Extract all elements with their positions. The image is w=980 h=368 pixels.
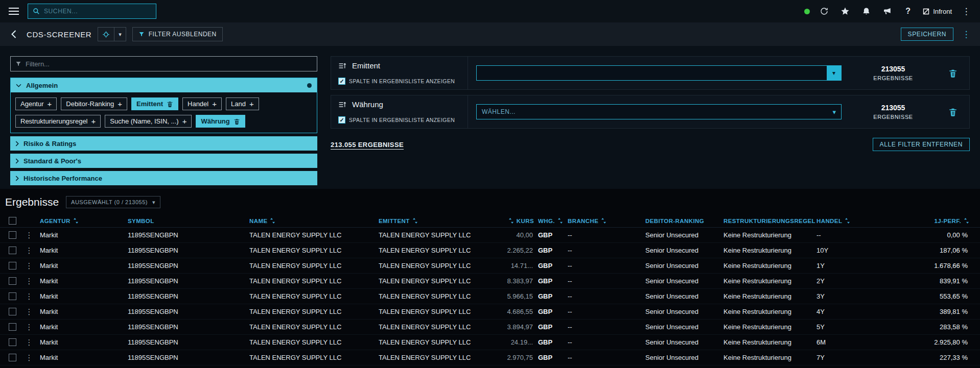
column-header-branche[interactable]: BRANCHE [568,218,645,224]
hamburger-menu-button[interactable] [7,5,20,18]
clear-all-filters-button[interactable]: ALLE FILTER ENTFERNEN [873,138,970,151]
column-header-debitor-ranking[interactable]: DEBITOR-RANKING [645,218,724,224]
row-menu-button[interactable]: ⋮ [25,353,34,362]
table-row[interactable]: ⋮Markit11895SENGBPNTALEN ENERGY SUPPLY L… [0,274,980,289]
cell-emittent: TALEN ENERGY SUPPLY LLC [379,308,499,315]
filter-chip-restrukturierungsregel[interactable]: Restrukturierungsregel+ [15,115,101,128]
row-menu-button[interactable]: ⋮ [25,246,34,255]
cell-whg: GBP [538,338,568,346]
filter-chip-handel[interactable]: Handel+ [182,97,222,110]
column-header-handel[interactable]: HANDEL [816,218,885,224]
table-row[interactable]: ⋮Markit11895SENGBPNTALEN ENERGY SUPPLY L… [0,243,980,258]
sidebar-section-allgemein[interactable]: Allgemein [11,78,317,92]
show-column-checkbox-row[interactable]: ✓ SPALTE IN ERGEBNISLISTE ANZEIGEN [338,116,460,124]
total-results-link[interactable]: 213.055 ERGEBNISSE [331,141,404,149]
section-label: Historische Performance [24,175,102,182]
row-checkbox[interactable] [9,262,16,269]
row-checkbox[interactable] [9,231,16,239]
row-checkbox[interactable] [9,292,16,300]
cell-handel: 6M [816,338,885,346]
row-menu-button[interactable]: ⋮ [25,277,34,286]
filter-chip-list: Agentur+Debitor-Ranking+EmittentHandel+L… [11,92,317,133]
row-checkbox[interactable] [9,247,16,254]
cell-symbol: 11895SENGBPN [128,292,249,300]
column-header-agentur[interactable]: AGENTUR [40,218,128,224]
row-menu-button[interactable]: ⋮ [25,307,34,316]
column-header-symbol[interactable]: SYMBOL [128,218,249,224]
row-menu-button[interactable]: ⋮ [25,338,34,347]
filter-toggle-button[interactable]: FILTER AUSBLENDEN [132,27,223,41]
reorder-icon[interactable] [338,101,346,108]
row-menu-button[interactable]: ⋮ [25,231,34,240]
table-row[interactable]: ⋮Markit11895SENGBPNTALEN ENERGY SUPPLY L… [0,258,980,274]
table-row[interactable]: ⋮Markit11895SENGBPNTALEN ENERGY SUPPLY L… [0,335,980,350]
cell-branche: -- [568,354,645,361]
table-row[interactable]: ⋮Markit11895SENGBPNTALEN ENERGY SUPPLY L… [0,304,980,320]
select-all-checkbox[interactable] [9,217,16,225]
toolbar-overflow-button[interactable]: ⋮ [960,28,973,41]
column-header-1j-perf[interactable]: 1J-PERF. [885,218,973,224]
results-title: Ergebnisse [5,196,59,208]
column-header-name[interactable]: NAME [249,218,379,224]
sidebar-filter-input[interactable] [26,60,312,68]
waehrung-select[interactable]: WÄHLEN... ▾ [476,104,842,119]
cell-emittent: TALEN ENERGY SUPPLY LLC [379,247,499,254]
cell-emittent: TALEN ENERGY SUPPLY LLC [379,231,499,239]
row-checkbox-cell [5,231,25,239]
remove-filter-button[interactable] [948,107,958,117]
cell-branche: -- [568,277,645,285]
filter-chip-emittent[interactable]: Emittent [131,97,178,110]
row-checkbox[interactable] [9,323,16,331]
emittent-combobox[interactable]: ▾ [476,65,842,81]
target-tool-button[interactable]: ▾ [98,27,126,41]
save-button[interactable]: SPEICHERN [901,28,953,41]
emittent-input[interactable] [477,66,827,80]
chevron-right-icon [15,158,19,164]
table-row[interactable]: ⋮Markit11895SENGBPNTALEN ENERGY SUPPLY L… [0,350,980,365]
sidebar-section-standard-poor-s[interactable]: Standard & Poor's [10,154,317,168]
column-header-whg[interactable]: WHG. [538,218,568,224]
global-search[interactable] [28,4,156,19]
checkbox-checked-icon[interactable]: ✓ [338,78,345,85]
cell-name: TALEN ENERGY SUPPLY LLC [249,292,379,300]
back-button[interactable] [7,28,20,41]
search-input[interactable] [44,8,151,15]
row-checkbox[interactable] [9,338,16,346]
selected-dropdown-button[interactable]: AUSGEWÄHLT (0 / 213055) ▾ [66,196,160,208]
row-checkbox[interactable] [9,308,16,315]
sidebar-section-historische-performance[interactable]: Historische Performance [10,171,317,185]
row-menu-button[interactable]: ⋮ [25,323,34,332]
filter-chip-suche-name-isin[interactable]: Suche (Name, ISIN, ...)+ [105,115,192,128]
filter-chip-debitor-ranking[interactable]: Debitor-Ranking+ [61,97,127,110]
row-checkbox[interactable] [9,277,16,285]
announcements-button[interactable] [880,5,894,18]
column-label: RESTRUKTURIERUNGSREGEL [724,218,815,224]
remove-filter-button[interactable] [948,68,958,78]
refresh-button[interactable] [818,5,831,18]
sidebar-filter-search[interactable] [10,56,317,71]
column-header-emittent[interactable]: EMITTENT [379,218,499,224]
filter-card-label: Währung [352,100,383,109]
cell-whg: GBP [538,231,568,239]
checkbox-checked-icon[interactable]: ✓ [338,116,345,124]
reorder-icon[interactable] [338,62,346,69]
sidebar-section-risiko-ratings[interactable]: Risiko & Ratings [10,136,317,151]
column-header-kurs[interactable]: KURS [499,218,538,224]
notifications-button[interactable] [859,5,873,18]
column-header-restrukturierungsregel[interactable]: RESTRUKTURIERUNGSREGEL [724,218,816,224]
combobox-dropdown-button[interactable]: ▾ [827,66,841,80]
row-menu-button[interactable]: ⋮ [25,292,34,301]
filter-chip-w-hrung[interactable]: Währung [196,115,245,128]
table-row[interactable]: ⋮Markit11895SENGBPNTALEN ENERGY SUPPLY L… [0,320,980,335]
filter-chip-land[interactable]: Land+ [226,97,259,110]
table-row[interactable]: ⋮Markit11895SENGBPNTALEN ENERGY SUPPLY L… [0,289,980,304]
favorites-button[interactable] [838,5,852,18]
show-column-checkbox-row[interactable]: ✓ SPALTE IN ERGEBNISLISTE ANZEIGEN [338,78,460,85]
overflow-menu-button[interactable]: ⋮ [960,5,973,18]
filter-chip-agentur[interactable]: Agentur+ [15,97,57,110]
help-button[interactable]: ? [901,5,915,18]
cell-debitor-ranking: Senior Unsecured [645,231,724,239]
table-row[interactable]: ⋮Markit11895SENGBPNTALEN ENERGY SUPPLY L… [0,228,980,243]
row-menu-button[interactable]: ⋮ [25,261,34,271]
row-checkbox[interactable] [9,354,16,361]
